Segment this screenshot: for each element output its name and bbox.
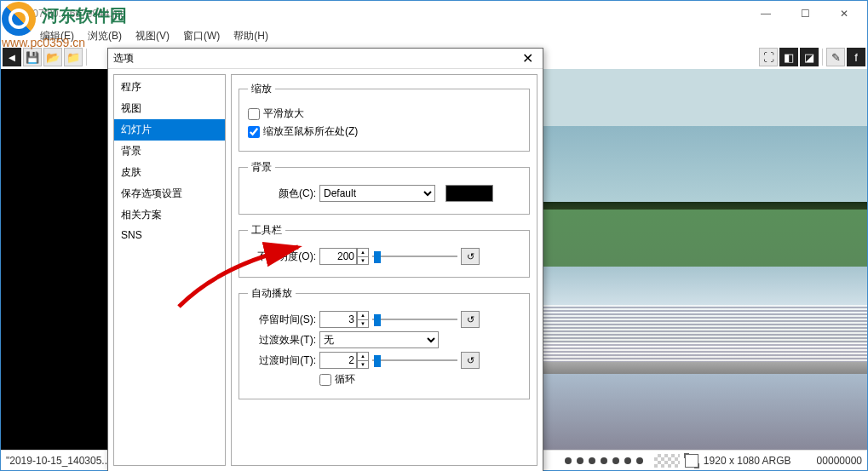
sidebar-item-background[interactable]: 背景 [114,141,225,162]
stay-time-slider[interactable] [372,312,457,327]
facebook-button[interactable]: f [847,48,865,66]
sidebar-item-related[interactable]: 相关方案 [114,204,225,226]
color-swatch[interactable] [445,185,493,202]
edit-button[interactable]: ✎ [826,48,845,66]
options-category-list: 程序 视图 幻灯片 背景 皮肤 保存选项设置 相关方案 SNS [113,74,226,466]
fit-icon[interactable] [685,454,698,468]
transition-effect-select[interactable]: 无 [319,331,439,348]
background-group: 背景 颜色(C): Default [239,160,530,215]
back-button[interactable]: ◄ [3,48,21,66]
zoom-legend: 缩放 [248,82,275,96]
menu-window[interactable]: 窗口(W) [178,27,225,45]
menu-help[interactable]: 帮助(H) [228,27,273,45]
opacity-reset-button[interactable]: ↺ [461,248,480,265]
folder-button[interactable]: 📁 [64,48,83,66]
close-button[interactable]: ✕ [825,2,864,26]
status-dimensions: 1920 x 1080 ARGB [704,455,791,467]
window-title: 8007f30... 6d7e944.jpg [4,8,746,20]
smooth-zoom-checkbox[interactable] [248,108,260,120]
separator [822,49,823,66]
stay-time-label: 停留时间(S): [248,313,316,327]
opacity-spinner[interactable]: ▲▼ [357,248,369,265]
open-button[interactable]: 📂 [43,48,62,66]
menubar: 编辑(E) 浏览(B) 视图(V) 窗口(W) 帮助(H) [1,26,867,45]
background-legend: 背景 [248,160,275,175]
actual-size-button[interactable]: ◧ [779,48,798,66]
opacity-slider[interactable] [372,249,457,264]
menu-browse[interactable]: 浏览(B) [83,27,127,45]
stay-time-spinner[interactable]: ▲▼ [357,311,369,328]
sidebar-item-program[interactable]: 程序 [114,77,225,98]
opacity-input[interactable] [319,248,357,265]
transition-time-spinner[interactable]: ▲▼ [357,352,369,369]
stay-time-reset-button[interactable]: ↺ [461,311,480,328]
transition-time-reset-button[interactable]: ↺ [461,352,480,369]
zoom-to-cursor-label: 缩放至鼠标所在处(Z) [263,124,358,139]
loop-label: 循环 [335,372,355,387]
fit-screen-button[interactable]: ⛶ [759,48,778,66]
transition-time-label: 过渡时间(T): [248,353,316,368]
autoplay-legend: 自动播放 [248,286,296,301]
color-label: 颜色(C): [248,187,316,201]
opacity-label: 不透明度(O): [248,250,316,264]
options-panel: 缩放 平滑放大 缩放至鼠标所在处(Z) 背景 颜色(C): Default [231,74,537,466]
menu-view[interactable]: 视图(V) [130,27,175,45]
loop-checkbox[interactable] [319,374,331,386]
sidebar-item-save-settings[interactable]: 保存选项设置 [114,183,225,204]
stay-time-input[interactable] [319,311,357,328]
dialog-close-button[interactable]: ✕ [517,50,537,67]
sidebar-item-sns[interactable]: SNS [114,226,225,244]
separator [86,49,87,66]
dialog-title: 选项 [113,51,517,66]
transparency-indicator [654,454,680,468]
smooth-zoom-label: 平滑放大 [263,106,304,121]
sidebar-item-skin[interactable]: 皮肤 [114,162,225,183]
options-dialog: 选项 ✕ 程序 视图 幻灯片 背景 皮肤 保存选项设置 相关方案 SNS 缩放 … [107,48,543,471]
sidebar-item-slideshow[interactable]: 幻灯片 [114,119,225,141]
color-select[interactable]: Default [319,185,435,202]
status-zero: 00000000 [817,455,862,467]
zoom-to-cursor-checkbox[interactable] [248,126,260,138]
save-button[interactable]: 💾 [23,48,42,66]
status-dots [559,455,649,467]
minimize-button[interactable]: — [746,2,785,26]
fullscreen-button[interactable]: ◪ [800,48,819,66]
window-titlebar: 8007f30... 6d7e944.jpg — ☐ ✕ [1,1,867,26]
transition-effect-label: 过渡效果(T): [248,333,316,348]
maximize-button[interactable]: ☐ [785,2,825,26]
dialog-titlebar[interactable]: 选项 ✕ [108,49,543,69]
zoom-group: 缩放 平滑放大 缩放至鼠标所在处(Z) [239,82,530,152]
toolbar-group: 工具栏 不透明度(O): ▲▼ ↺ [239,223,530,278]
menu-edit[interactable]: 编辑(E) [35,27,79,45]
autoplay-group: 自动播放 停留时间(S): ▲▼ ↺ 过渡效果(T): 无 过渡时间(T): [239,286,530,399]
transition-time-slider[interactable] [372,353,457,368]
toolbar-legend: 工具栏 [248,223,285,238]
transition-time-input[interactable] [319,352,357,369]
sidebar-item-view[interactable]: 视图 [114,98,225,119]
